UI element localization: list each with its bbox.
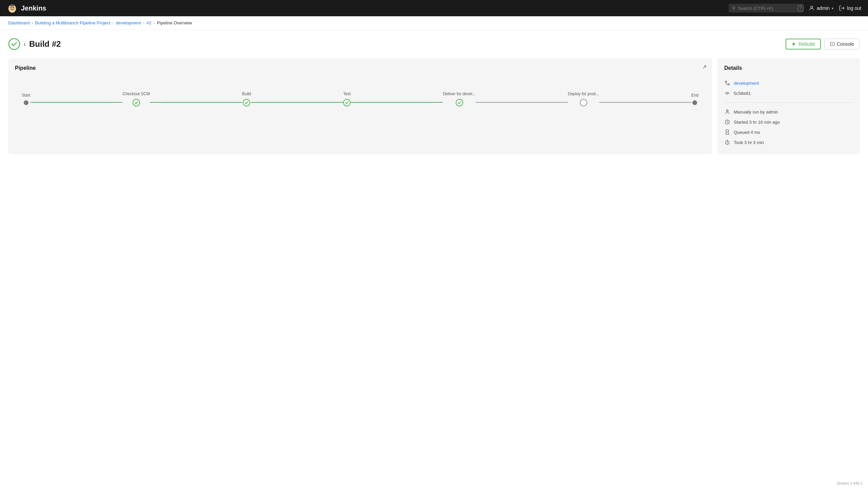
clock-svg-icon	[725, 119, 730, 125]
header-actions: Rebuild Console	[786, 39, 860, 49]
user-menu[interactable]: admin ▾	[809, 5, 833, 11]
svg-point-6	[811, 6, 813, 8]
pipeline-line-3	[251, 102, 343, 103]
details-panel-title: Details	[724, 65, 853, 71]
back-arrow-icon[interactable]: ‹	[24, 41, 26, 48]
page-header-left: ‹ Build #2	[8, 38, 61, 50]
pipeline-line-5	[476, 102, 568, 103]
user-run-icon	[724, 109, 730, 115]
build-success-icon	[8, 38, 20, 50]
stage-label-end: End	[691, 93, 698, 98]
branch-svg-icon	[725, 80, 730, 86]
commit-icon	[724, 90, 730, 96]
pipeline-stage-test[interactable]: Test	[343, 92, 351, 106]
pipeline-stage-deploy[interactable]: Deploy for prod...	[568, 92, 599, 106]
stage-label-build: Build	[242, 92, 251, 96]
clock-icon	[724, 119, 730, 125]
svg-rect-10	[830, 42, 834, 46]
duration-icon	[724, 139, 730, 145]
console-icon	[830, 42, 835, 46]
pipeline-line-1	[30, 102, 122, 103]
stage-label-deploy: Deploy for prod...	[568, 92, 599, 96]
manually-run-text: Manually run by admin	[734, 109, 778, 115]
pipeline-stage-build[interactable]: Build	[242, 92, 251, 106]
checkmark-icon-deliver	[457, 101, 461, 105]
header: Jenkins ⚲ ? admin ▾ log out	[0, 0, 868, 16]
header-left: Jenkins	[7, 3, 46, 14]
stage-node-deliver	[456, 99, 463, 106]
detail-started-row: Started 3 hr 16 min ago	[724, 117, 853, 127]
detail-commit-row: 5c58e81	[724, 88, 853, 98]
svg-marker-9	[793, 42, 795, 46]
search-help-icon: ?	[798, 5, 804, 11]
svg-point-13	[726, 92, 728, 94]
breadcrumb-dashboard[interactable]: Dashboard	[8, 20, 30, 25]
stage-node-build	[243, 99, 250, 106]
detail-manually-run-row: Manually run by admin	[724, 107, 853, 117]
search-box[interactable]: ⚲ ?	[729, 4, 803, 13]
console-label: Console	[837, 41, 854, 47]
svg-point-2	[11, 7, 12, 8]
stage-node-test	[343, 99, 351, 106]
svg-point-3	[13, 7, 14, 8]
pipeline-stage-end: End	[691, 93, 698, 105]
pipeline-panel: Pipeline ↗ Start Checkout SCM	[8, 58, 712, 154]
breadcrumb-sep-4: ›	[153, 21, 155, 25]
took-text: Took 3 hr 3 min	[734, 140, 764, 145]
logout-button[interactable]: log out	[839, 5, 861, 11]
rebuild-button[interactable]: Rebuild	[786, 39, 821, 49]
queued-text: Queued 4 ms	[734, 130, 760, 135]
rebuild-label: Rebuild	[798, 41, 814, 47]
username-label: admin	[817, 5, 830, 11]
page-title: Build #2	[29, 39, 61, 49]
queue-icon	[724, 129, 730, 135]
console-button[interactable]: Console	[824, 39, 860, 49]
stopwatch-svg-icon	[725, 140, 730, 145]
pipeline-stage-start: Start	[22, 93, 30, 105]
breadcrumb: Dashboard › Building a Multibranch Pipel…	[0, 16, 868, 30]
svg-rect-5	[11, 4, 14, 5]
commit-svg-icon	[725, 90, 730, 96]
panels: Pipeline ↗ Start Checkout SCM	[8, 58, 860, 154]
expand-icon[interactable]: ↗	[702, 64, 707, 70]
breadcrumb-sep-1: ›	[32, 21, 33, 25]
breadcrumb-build-num[interactable]: #2	[146, 20, 151, 25]
details-divider	[724, 102, 853, 103]
logout-icon	[839, 5, 845, 11]
stage-node-deploy	[580, 99, 587, 106]
app-title: Jenkins	[21, 4, 46, 12]
stage-node-checkout	[133, 99, 140, 106]
pipeline-stage-checkout[interactable]: Checkout SCM	[122, 92, 150, 106]
stage-label-start: Start	[22, 93, 30, 98]
svg-point-12	[728, 84, 729, 85]
pipeline-stage-deliver[interactable]: Deliver for devel...	[443, 92, 476, 106]
breadcrumb-current: Pipeline Overview	[157, 20, 192, 25]
svg-point-11	[725, 81, 727, 82]
branch-icon	[724, 80, 730, 86]
pipeline-line-6	[599, 102, 691, 103]
page-header: ‹ Build #2 Rebuild Console	[8, 38, 860, 50]
breadcrumb-branch[interactable]: development	[116, 20, 141, 25]
breadcrumb-project[interactable]: Building a Multibranch Pipeline Project	[35, 20, 111, 25]
checkmark-icon-test	[345, 101, 349, 105]
user-dropdown-icon: ▾	[832, 6, 833, 10]
rebuild-icon	[792, 42, 796, 46]
header-right: ⚲ ? admin ▾ log out	[729, 4, 861, 13]
branch-link[interactable]: development	[734, 81, 759, 86]
stage-label-deliver: Deliver for devel...	[443, 92, 476, 96]
breadcrumb-sep-2: ›	[112, 21, 114, 25]
logout-label: log out	[847, 5, 861, 11]
user-icon	[809, 5, 815, 11]
pipeline-line-4	[351, 102, 443, 103]
stage-label-test: Test	[343, 92, 351, 96]
stage-label-checkout: Checkout SCM	[122, 92, 150, 96]
detail-branch-row: development	[724, 78, 853, 88]
search-input[interactable]	[738, 6, 795, 11]
detail-queued-row: Queued 4 ms	[724, 127, 853, 137]
person-svg-icon	[725, 109, 730, 115]
pipeline-visualization: Start Checkout SCM Build	[15, 78, 705, 113]
started-text: Started 3 hr 16 min ago	[734, 120, 780, 125]
detail-took-row: Took 3 hr 3 min	[724, 137, 853, 147]
search-icon: ⚲	[732, 5, 735, 11]
hourglass-svg-icon	[725, 129, 730, 135]
